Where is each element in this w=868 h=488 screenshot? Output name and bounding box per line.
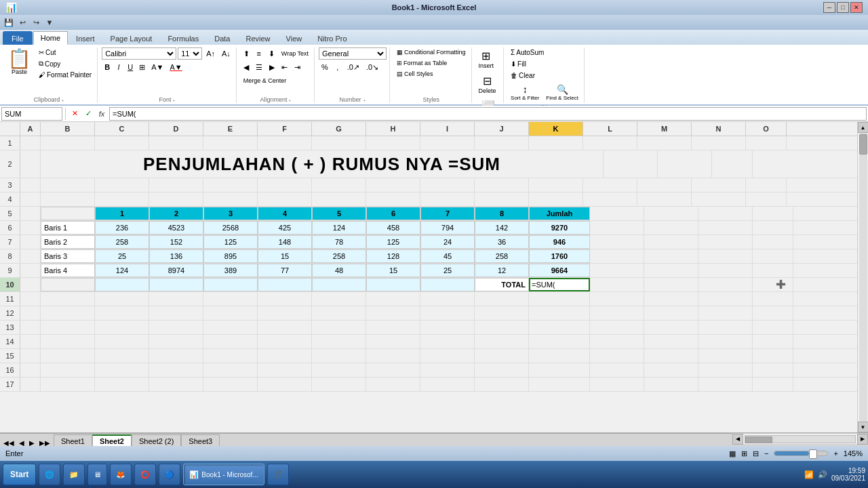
cell-I3[interactable] — [420, 178, 475, 192]
cell-O15[interactable] — [753, 349, 793, 363]
cell-F16[interactable] — [258, 363, 312, 377]
cell-I17[interactable] — [420, 378, 475, 391]
start-button[interactable]: Start — [3, 464, 36, 485]
cell-C12[interactable] — [95, 306, 149, 320]
cell-J7[interactable]: 36 — [475, 235, 529, 249]
cell-B7-label[interactable]: Baris 2 — [41, 235, 95, 249]
col-header-J[interactable]: J — [475, 122, 529, 136]
cell-A11[interactable] — [20, 292, 41, 306]
align-bottom-button[interactable]: ⬇ — [266, 47, 277, 60]
scroll-track-horizontal[interactable] — [745, 435, 856, 443]
cell-O2[interactable] — [712, 150, 753, 178]
cell-N14[interactable] — [698, 335, 753, 348]
cell-I11[interactable] — [420, 292, 475, 306]
cell-C7[interactable]: 258 — [95, 235, 149, 249]
header-5[interactable]: 5 — [312, 207, 366, 220]
zoom-plus-button[interactable]: + — [833, 449, 837, 458]
cell-G1[interactable] — [312, 136, 366, 150]
cell-O3[interactable] — [746, 178, 787, 192]
cell-H6[interactable]: 458 — [366, 221, 420, 235]
cell-C13[interactable] — [95, 321, 149, 334]
cell-F9[interactable]: 77 — [258, 264, 312, 277]
comma-button[interactable]: , — [332, 61, 343, 73]
sheet-tab-sheet1[interactable]: Sheet1 — [54, 434, 92, 447]
cell-K7-jumlah[interactable]: 946 — [529, 235, 590, 249]
cell-M8[interactable] — [644, 249, 698, 263]
cell-J15[interactable] — [475, 349, 529, 363]
tab-view[interactable]: View — [279, 31, 310, 45]
taskbar-excel-app[interactable]: 📊 Book1 - Microsof... — [183, 464, 264, 485]
cell-E3[interactable] — [203, 178, 258, 192]
cell-F13[interactable] — [258, 321, 312, 334]
scroll-track-vertical[interactable] — [859, 133, 867, 422]
merge-center-button[interactable]: Merge & Center — [241, 75, 290, 87]
cell-B6-label[interactable]: Baris 1 — [41, 221, 95, 235]
cell-D12[interactable] — [149, 306, 203, 320]
cell-L14[interactable] — [590, 335, 644, 348]
cell-styles-button[interactable]: ▤ Cell Styles — [394, 69, 436, 79]
cell-E15[interactable] — [203, 349, 258, 363]
cell-L5[interactable] — [590, 207, 644, 220]
number-expand-icon[interactable]: ⬩ — [363, 97, 366, 103]
cell-K6-jumlah[interactable]: 9270 — [529, 221, 590, 235]
cell-G8[interactable]: 258 — [312, 249, 366, 263]
header-3[interactable]: 3 — [203, 207, 258, 220]
font-color-button[interactable]: A▼ — [167, 61, 184, 73]
cell-A8[interactable] — [20, 249, 41, 263]
cell-G4[interactable] — [312, 192, 366, 206]
cell-B14[interactable] — [41, 335, 95, 348]
cell-H13[interactable] — [366, 321, 420, 334]
cell-F8[interactable]: 15 — [258, 249, 312, 263]
cell-B17[interactable] — [41, 378, 95, 391]
cell-G12[interactable] — [312, 306, 366, 320]
cell-O11[interactable] — [753, 292, 793, 306]
cell-F10[interactable] — [258, 278, 312, 291]
align-center-button[interactable]: ☰ — [253, 61, 265, 73]
cell-N4[interactable] — [692, 192, 746, 206]
cell-A5[interactable] — [20, 207, 41, 220]
bold-button[interactable]: B — [102, 61, 113, 73]
tab-file[interactable]: File — [3, 31, 33, 45]
copy-button[interactable]: ⧉ Copy — [36, 58, 94, 69]
cell-J1[interactable] — [475, 136, 529, 150]
col-header-N[interactable]: N — [692, 122, 746, 136]
cancel-formula-button[interactable]: ✕ — [68, 108, 81, 120]
cell-C11[interactable] — [95, 292, 149, 306]
zoom-thumb[interactable] — [809, 449, 817, 459]
scroll-down-button[interactable]: ▼ — [858, 422, 869, 432]
cell-N3[interactable] — [692, 178, 746, 192]
sheet-tab-sheet2[interactable]: Sheet2 — [92, 434, 132, 447]
cell-C8[interactable]: 25 — [95, 249, 149, 263]
cell-H15[interactable] — [366, 349, 420, 363]
cell-I10[interactable] — [420, 278, 475, 291]
cell-J16[interactable] — [475, 363, 529, 377]
fill-button[interactable]: ⬇ Fill — [508, 59, 529, 69]
zoom-level[interactable]: 145% — [844, 449, 863, 458]
col-header-B[interactable]: B — [41, 122, 95, 136]
col-header-K[interactable]: K — [529, 122, 583, 136]
tab-home[interactable]: Home — [33, 31, 68, 45]
cell-E13[interactable] — [203, 321, 258, 334]
cell-H16[interactable] — [366, 363, 420, 377]
cell-O1[interactable] — [746, 136, 787, 150]
cell-A12[interactable] — [20, 306, 41, 320]
indent-decrease-button[interactable]: ⇤ — [279, 61, 290, 73]
increase-decimal-button[interactable]: .0↗ — [344, 61, 362, 73]
cell-D10[interactable] — [149, 278, 203, 291]
taskbar-audio[interactable]: 🎵 — [267, 464, 289, 485]
cell-L7[interactable] — [590, 235, 644, 249]
cell-K12[interactable] — [529, 306, 590, 320]
cell-D11[interactable] — [149, 292, 203, 306]
col-header-F[interactable]: F — [258, 122, 312, 136]
paste-button[interactable]: 📋 Paste — [4, 47, 35, 77]
cell-K11[interactable] — [529, 292, 590, 306]
cell-O8[interactable] — [753, 249, 793, 263]
cell-B16[interactable] — [41, 363, 95, 377]
cell-K17[interactable] — [529, 378, 590, 391]
clear-button[interactable]: 🗑 Clear — [508, 70, 538, 81]
cell-J17[interactable] — [475, 378, 529, 391]
cell-L4[interactable] — [583, 192, 637, 206]
cell-O10[interactable]: ✚ — [753, 278, 793, 291]
cell-N12[interactable] — [698, 306, 753, 320]
cell-O5[interactable] — [753, 207, 793, 220]
